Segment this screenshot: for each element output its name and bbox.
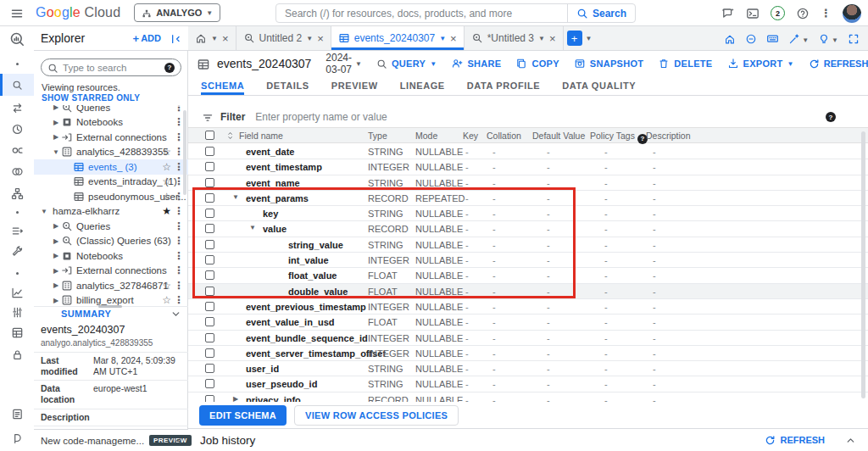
- close-icon[interactable]: ×: [317, 32, 324, 45]
- help-icon[interactable]: [796, 6, 810, 21]
- tree-item-billing-export[interactable]: ▶billing_export☆⋮: [34, 293, 188, 307]
- star-icon[interactable]: ☆: [162, 294, 171, 306]
- column-header-type[interactable]: Type: [368, 131, 387, 141]
- home-icon[interactable]: [724, 31, 736, 46]
- query-button[interactable]: QUERY▼: [376, 58, 437, 70]
- collapse-panel-icon[interactable]: [170, 31, 181, 46]
- tree-item--classic-queries-63-[interactable]: ▶(Classic) Queries (63)⋮: [34, 234, 188, 249]
- row-checkbox[interactable]: [205, 162, 214, 171]
- expander-closed-icon[interactable]: ▶: [51, 281, 61, 289]
- rail-joined-circles-icon[interactable]: [0, 160, 34, 182]
- expander-closed-icon[interactable]: ▶: [231, 395, 241, 402]
- bigquery-logo-icon[interactable]: [0, 26, 34, 51]
- feedback-icon[interactable]: [721, 6, 735, 21]
- code-management-footer[interactable]: New code-manageme... PREVIEW: [34, 429, 188, 451]
- star-icon[interactable]: ☆: [162, 161, 171, 173]
- more-vertical-icon[interactable]: ⋮: [174, 250, 184, 262]
- project-selector[interactable]: ANALYGO ▼: [134, 3, 220, 22]
- snapshot-button[interactable]: SNAPSHOT: [574, 58, 644, 70]
- column-header-mode[interactable]: Mode: [415, 131, 437, 141]
- expander-closed-icon[interactable]: ▶: [51, 133, 61, 141]
- select-all-checkbox[interactable]: [205, 131, 214, 140]
- row-checkbox[interactable]: [205, 209, 214, 218]
- more-vertical-icon[interactable]: ⋮: [174, 205, 184, 217]
- expander-closed-icon[interactable]: ▶: [51, 267, 61, 275]
- rail-lock-icon[interactable]: [0, 343, 34, 365]
- copy-button[interactable]: COPY: [515, 58, 559, 70]
- star-icon[interactable]: ☆: [162, 146, 171, 158]
- sidebar-scrollbar[interactable]: [183, 110, 186, 195]
- global-search-input[interactable]: Search (/) for resources, docs, products…: [275, 3, 636, 23]
- row-checkbox[interactable]: [205, 395, 214, 402]
- editor-tab-events_20240307[interactable]: events_20240307▼×: [331, 26, 465, 50]
- tab-data-quality[interactable]: DATA QUALITY: [562, 76, 636, 95]
- add-data-button[interactable]: +ADD: [133, 32, 161, 45]
- more-vertical-icon[interactable]: ⋮: [174, 220, 184, 232]
- help-filled-icon[interactable]: ?: [164, 63, 175, 73]
- more-vertical-icon[interactable]: ⋮: [174, 294, 184, 306]
- schema-filter-row[interactable]: Filter Enter property name or value ?: [188, 108, 868, 126]
- share-button[interactable]: SHARE: [451, 58, 501, 70]
- tree-item-analytics-327846871[interactable]: ▶analytics_327846871☆⋮: [34, 278, 188, 293]
- tree-item-queries[interactable]: ▶Queries⋮: [34, 219, 188, 234]
- row-checkbox[interactable]: [205, 364, 214, 373]
- tree-item-external-connections[interactable]: ▶External connections⋮: [34, 130, 188, 145]
- sort-icon[interactable]: [225, 130, 236, 141]
- chevron-up-icon[interactable]: [845, 432, 856, 448]
- row-checkbox[interactable]: [205, 178, 214, 187]
- tree-item-analytics-428839355[interactable]: ▼analytics_428839355☆⋮: [34, 145, 188, 160]
- expander-closed-icon[interactable]: ▶: [51, 119, 61, 126]
- show-starred-only-link[interactable]: SHOW STARRED ONLY: [42, 93, 140, 103]
- column-header-default-value[interactable]: Default Value: [532, 131, 585, 141]
- rail-sliders-icon[interactable]: [0, 301, 34, 323]
- row-checkbox[interactable]: [205, 255, 214, 264]
- expander-closed-icon[interactable]: ▶: [51, 237, 61, 245]
- expander-open-icon[interactable]: ▼: [51, 148, 61, 156]
- main-scrollbar[interactable]: [861, 131, 865, 398]
- expander-open-icon[interactable]: ▼: [231, 193, 241, 201]
- rail-grid-box-icon[interactable]: [0, 321, 34, 343]
- tree-item-hamza-elkharrz[interactable]: ▼hamza-elkharrz★⋮: [34, 204, 188, 220]
- cloud-shell-icon[interactable]: [746, 6, 760, 21]
- tree-item-notebooks[interactable]: ▶Notebooks⋮: [34, 115, 188, 131]
- more-vertical-icon[interactable]: ⋮: [174, 264, 184, 276]
- chevron-down-icon[interactable]: [170, 306, 181, 321]
- row-checkbox[interactable]: [205, 270, 214, 280]
- info-icon[interactable]: [745, 31, 757, 46]
- tab-data-profile[interactable]: DATA PROFILE: [467, 76, 540, 95]
- tab-details[interactable]: DETAILS: [266, 76, 309, 95]
- tab-lineage[interactable]: LINEAGE: [400, 76, 445, 95]
- column-header-key[interactable]: Key: [463, 131, 478, 141]
- help-filled-icon[interactable]: ?: [826, 112, 836, 122]
- more-vertical-icon[interactable]: ⋮: [821, 7, 832, 19]
- row-checkbox[interactable]: [205, 287, 214, 296]
- tree-item-external-connections[interactable]: ▶External connections⋮: [34, 264, 188, 279]
- more-vertical-icon[interactable]: ⋮: [174, 280, 184, 292]
- row-checkbox[interactable]: [205, 317, 214, 326]
- star-icon[interactable]: ★: [162, 205, 171, 217]
- star-icon[interactable]: ☆: [162, 175, 171, 187]
- rail-transfer-arrows-icon[interactable]: [0, 97, 34, 119]
- editor-tab-Untitled 2[interactable]: Untitled 2▼×: [236, 26, 331, 50]
- tree-item-events-intraday-1-[interactable]: events_intraday_ (1)☆⋮: [34, 175, 188, 190]
- column-header-field-name[interactable]: Field name: [239, 131, 283, 141]
- drag-handle[interactable]: [98, 305, 122, 308]
- row-checkbox[interactable]: [205, 147, 214, 156]
- menu-icon[interactable]: [10, 5, 24, 20]
- keyboard-icon[interactable]: [766, 31, 779, 46]
- editor-tab-home[interactable]: ▼×: [188, 26, 236, 50]
- google-cloud-logo[interactable]: Google Cloud: [36, 5, 120, 20]
- notification-count-badge[interactable]: 2: [771, 6, 785, 20]
- tree-item-pseudonymous-user-[interactable]: pseudonymous_user...☆⋮: [34, 189, 188, 204]
- rail-letter-d-icon[interactable]: [0, 427, 34, 449]
- row-checkbox[interactable]: [205, 333, 214, 342]
- expander-closed-icon[interactable]: ▶: [51, 297, 61, 304]
- wand-icon[interactable]: ▼: [788, 31, 809, 46]
- row-checkbox[interactable]: [205, 302, 214, 311]
- expander-closed-icon[interactable]: ▶: [51, 222, 61, 230]
- avatar[interactable]: [843, 4, 861, 23]
- rail-wrench-icon[interactable]: [0, 240, 34, 262]
- expand-icon[interactable]: [848, 31, 860, 46]
- rail-note-clipboard-icon[interactable]: [0, 403, 34, 425]
- row-checkbox[interactable]: [205, 193, 214, 203]
